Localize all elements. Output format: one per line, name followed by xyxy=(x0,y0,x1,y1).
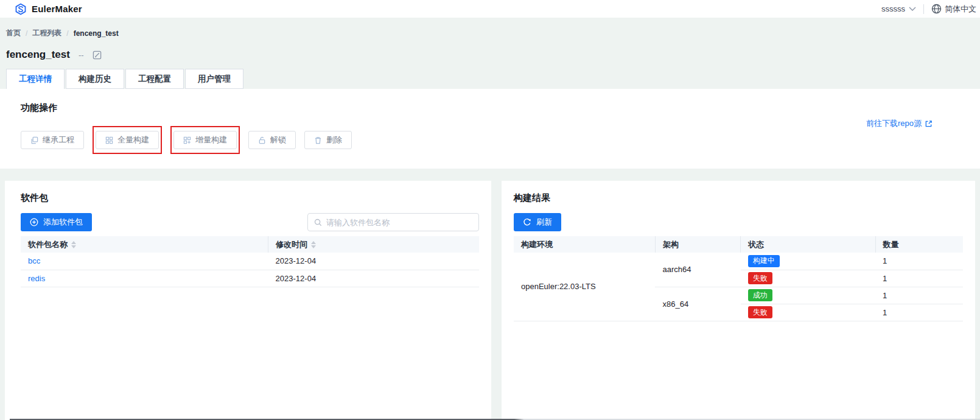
user-menu[interactable]: ssssss xyxy=(881,4,916,13)
build-env-cell: openEuler:22.03-LTS xyxy=(514,253,655,321)
packages-toolbar: 添加软件包 xyxy=(21,213,479,231)
eulermaker-logo-icon xyxy=(15,3,27,15)
status-badge: 失败 xyxy=(748,272,772,284)
package-link-redis[interactable]: redis xyxy=(28,274,45,283)
packages-panel: 软件包 添加软件包 xyxy=(5,181,491,420)
count-cell: 1 xyxy=(875,270,963,287)
content-panels: 软件包 添加软件包 xyxy=(5,181,975,420)
project-description: -- xyxy=(79,51,84,60)
arch-cell-x86-64: x86_64 xyxy=(655,287,740,321)
table-row: openEuler:22.03-LTS aarch64 构建中 1 xyxy=(514,253,963,270)
annotation-box-full-build: 全量构建 xyxy=(93,126,162,154)
username-label: ssssss xyxy=(881,4,905,13)
unlock-label: 解锁 xyxy=(270,135,286,145)
delete-button[interactable]: 删除 xyxy=(304,131,352,149)
build-col-status-header: 状态 xyxy=(741,236,875,253)
breadcrumb-home[interactable]: 首页 xyxy=(6,28,21,38)
globe-icon xyxy=(931,4,942,14)
breadcrumb-separator: / xyxy=(66,29,68,38)
status-badge: 成功 xyxy=(748,289,772,301)
tab-bar: 工程详情 构建历史 工程配置 用户管理 xyxy=(6,69,980,89)
package-search-box xyxy=(307,213,479,231)
chevron-down-icon xyxy=(909,7,916,11)
plus-circle-icon xyxy=(30,218,38,226)
sort-caret[interactable] xyxy=(311,241,316,248)
inherit-project-button[interactable]: 继承工程 xyxy=(21,131,84,149)
tab-project-config[interactable]: 工程配置 xyxy=(125,69,184,89)
arch-cell-aarch64: aarch64 xyxy=(655,253,740,287)
breadcrumb-project-list[interactable]: 工程列表 xyxy=(32,28,61,38)
incremental-build-label: 增量构建 xyxy=(195,135,227,145)
packages-table: 软件包名称 修改时间 bcc 2023-12-04 xyxy=(21,236,479,287)
breadcrumb-separator: / xyxy=(26,29,27,38)
col-modified-label: 修改时间 xyxy=(276,239,307,250)
delete-label: 删除 xyxy=(326,135,342,145)
page-title: fenceng_test xyxy=(6,49,70,61)
tab-project-details[interactable]: 工程详情 xyxy=(6,69,65,89)
add-package-label: 添加软件包 xyxy=(43,217,83,228)
packages-col-name-header: 软件包名称 xyxy=(21,236,268,253)
refresh-label: 刷新 xyxy=(536,217,552,228)
refresh-button[interactable]: 刷新 xyxy=(514,213,561,231)
copy-icon xyxy=(30,136,38,144)
grid-plus-icon xyxy=(183,136,191,144)
build-col-env-header: 构建环境 xyxy=(514,236,655,253)
tab-build-history[interactable]: 构建历史 xyxy=(66,69,124,89)
header-divider xyxy=(923,4,924,14)
build-results-panel: 构建结果 刷新 构建环境 架构 状态 数量 xyxy=(502,181,975,420)
package-link-bcc[interactable]: bcc xyxy=(28,256,40,265)
language-label: 简体中文 xyxy=(945,4,976,15)
build-col-arch-header: 架构 xyxy=(655,236,740,253)
trash-icon xyxy=(314,136,322,144)
full-build-label: 全量构建 xyxy=(117,135,149,145)
full-build-button[interactable]: 全量构建 xyxy=(96,131,159,149)
top-header: EulerMaker ssssss 简体中文 xyxy=(0,0,980,18)
tab-user-management[interactable]: 用户管理 xyxy=(185,69,243,89)
refresh-icon xyxy=(523,218,531,226)
breadcrumb-current: fenceng_test xyxy=(74,29,119,38)
brand-logo[interactable]: EulerMaker xyxy=(15,3,82,15)
action-buttons-row: 继承工程 全量构建 xyxy=(21,131,980,149)
inherit-project-label: 继承工程 xyxy=(43,135,74,145)
brand-name: EulerMaker xyxy=(32,4,82,14)
breadcrumb: 首页 / 工程列表 / fenceng_test xyxy=(6,28,980,38)
package-modified-date: 2023-12-04 xyxy=(268,270,479,287)
title-row: fenceng_test -- xyxy=(6,47,980,62)
table-row: redis 2023-12-04 xyxy=(21,270,479,287)
unlock-button[interactable]: 解锁 xyxy=(248,131,296,149)
table-row: bcc 2023-12-04 xyxy=(21,253,479,270)
build-results-title: 构建结果 xyxy=(514,192,963,204)
unlock-icon xyxy=(258,136,266,144)
count-cell: 1 xyxy=(875,304,963,321)
annotation-box-incremental-build: 增量构建 xyxy=(170,126,240,154)
build-col-count-header: 数量 xyxy=(875,236,963,253)
status-badge: 失败 xyxy=(748,306,772,318)
repo-download-link[interactable]: 前往下载repo源 xyxy=(866,118,933,129)
package-modified-date: 2023-12-04 xyxy=(268,253,479,270)
external-link-icon xyxy=(925,120,933,128)
search-icon xyxy=(314,219,322,226)
status-badge: 构建中 xyxy=(748,255,780,267)
language-switch[interactable]: 简体中文 xyxy=(931,4,976,15)
count-cell: 1 xyxy=(875,287,963,304)
actions-section-title: 功能操作 xyxy=(21,102,980,114)
packages-panel-title: 软件包 xyxy=(21,192,479,204)
count-cell: 1 xyxy=(875,253,963,270)
packages-col-modified-header: 修改时间 xyxy=(268,236,479,253)
col-name-label: 软件包名称 xyxy=(28,239,68,250)
add-package-button[interactable]: 添加软件包 xyxy=(21,213,92,231)
build-results-toolbar: 刷新 xyxy=(514,213,963,231)
repo-link-label: 前往下载repo源 xyxy=(866,118,922,129)
grid-icon xyxy=(105,136,113,144)
incremental-build-button[interactable]: 增量构建 xyxy=(173,131,237,149)
edit-icon[interactable] xyxy=(93,51,102,60)
build-results-table: 构建环境 架构 状态 数量 openEuler:22.03-LTS aarch6… xyxy=(514,236,963,321)
sort-caret[interactable] xyxy=(71,241,76,248)
package-search-input[interactable] xyxy=(326,218,472,227)
actions-section: 功能操作 前往下载repo源 继承工程 xyxy=(0,89,980,169)
